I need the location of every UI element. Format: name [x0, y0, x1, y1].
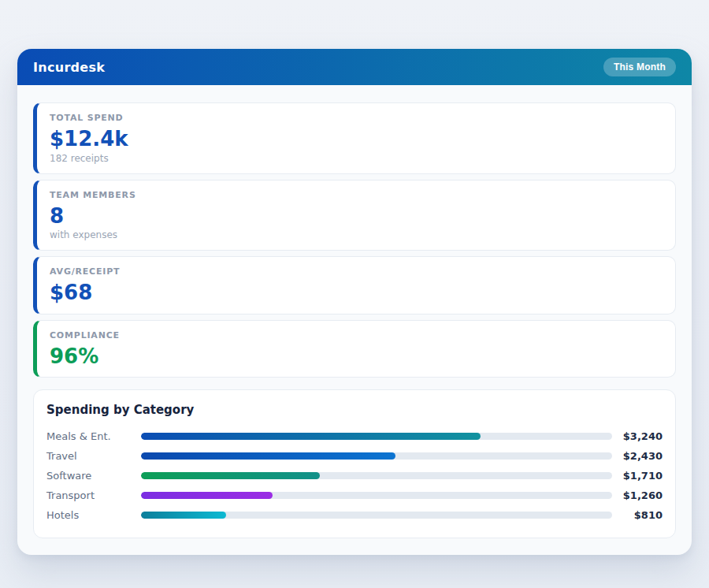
- category-bar-fill: [141, 492, 273, 499]
- category-rows: Meals & Ent.$3,240Travel$2,430Software$1…: [46, 426, 663, 525]
- stats-section: TOTAL SPEND$12.4k182 receiptsTEAM MEMBER…: [33, 102, 676, 378]
- stat-subtext: 182 receipts: [50, 153, 663, 164]
- category-value: $1,260: [612, 489, 663, 501]
- app-header: Incurdesk This Month: [17, 49, 692, 85]
- category-bar-fill: [141, 512, 226, 519]
- category-row-meals-ent-: Meals & Ent.$3,240: [46, 426, 663, 446]
- category-label: Travel: [46, 450, 141, 462]
- category-bar-track: [141, 452, 612, 460]
- category-value: $3,240: [612, 430, 663, 442]
- stat-value: $12.4k: [50, 128, 663, 151]
- category-value: $810: [612, 509, 663, 521]
- category-label: Software: [46, 470, 141, 482]
- period-badge[interactable]: This Month: [603, 58, 676, 76]
- stat-label: COMPLIANCE: [50, 330, 663, 341]
- category-bar-track: [141, 472, 612, 479]
- stat-value: 96%: [50, 345, 663, 368]
- category-row-travel: Travel$2,430: [46, 446, 663, 466]
- category-value: $1,710: [612, 470, 663, 482]
- content-area: TOTAL SPEND$12.4k182 receiptsTEAM MEMBER…: [17, 85, 692, 555]
- category-bar-fill: [141, 433, 481, 440]
- stat-subtext: with expenses: [50, 229, 663, 240]
- category-row-hotels: Hotels$810: [46, 505, 663, 525]
- category-label: Transport: [46, 489, 141, 501]
- category-bar-fill: [141, 452, 395, 460]
- stat-card-compliance: COMPLIANCE96%: [33, 320, 676, 378]
- category-bar-fill: [141, 472, 320, 479]
- spending-card: Spending by Category Meals & Ent.$3,240T…: [33, 389, 676, 538]
- category-value: $2,430: [612, 450, 663, 462]
- stat-value: 8: [50, 205, 663, 228]
- stat-value: $68: [50, 281, 663, 304]
- stat-label: AVG/RECEIPT: [50, 266, 663, 277]
- category-label: Hotels: [46, 509, 141, 521]
- stat-card-team-members: TEAM MEMBERS8with expenses: [33, 180, 676, 251]
- category-label: Meals & Ent.: [46, 430, 141, 442]
- category-bar-track: [141, 492, 612, 499]
- app-title: Incurdesk: [33, 60, 105, 75]
- spending-title: Spending by Category: [46, 403, 663, 417]
- category-row-software: Software$1,710: [46, 466, 663, 486]
- category-bar-track: [141, 433, 612, 440]
- category-row-transport: Transport$1,260: [46, 486, 663, 505]
- stat-card-avg-receipt: AVG/RECEIPT$68: [33, 256, 676, 314]
- stat-label: TOTAL SPEND: [50, 113, 663, 123]
- stat-label: TEAM MEMBERS: [50, 190, 663, 200]
- stat-card-total-spend: TOTAL SPEND$12.4k182 receipts: [33, 102, 676, 174]
- category-bar-track: [141, 512, 612, 519]
- app-card: Incurdesk This Month TOTAL SPEND$12.4k18…: [17, 49, 692, 555]
